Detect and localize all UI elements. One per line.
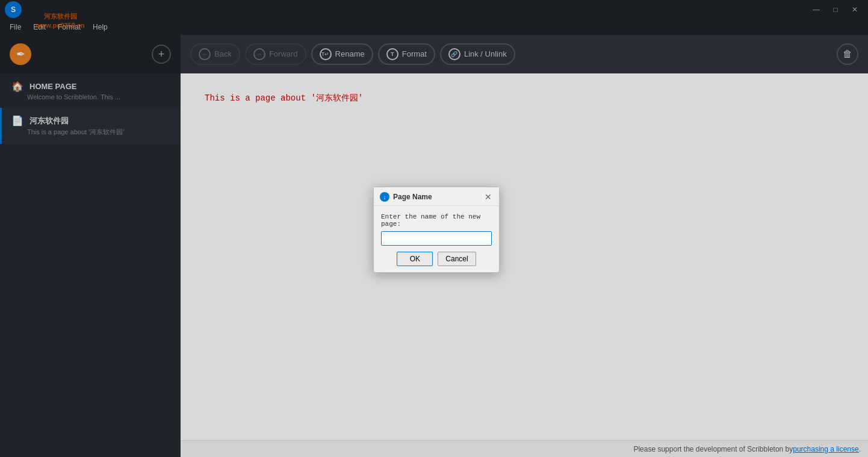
dialog-label: Enter the name of the new page:	[381, 213, 492, 228]
page-name-dialog: ↓ Page Name ✕ Enter the name of the new …	[373, 187, 500, 273]
dialog-close-button[interactable]: ✕	[483, 193, 493, 201]
dialog-cancel-button[interactable]: Cancel	[438, 252, 476, 266]
dialog-title-bar: ↓ Page Name ✕	[374, 187, 499, 206]
page-name-input[interactable]	[381, 231, 492, 246]
dialog-title-left: ↓ Page Name	[380, 192, 432, 202]
dialog-ok-button[interactable]: OK	[397, 252, 433, 266]
dialog-body: Enter the name of the new page: OK Cance…	[374, 206, 499, 272]
dialog-title-text: Page Name	[393, 193, 432, 201]
dialog-overlay: ↓ Page Name ✕ Enter the name of the new …	[0, 0, 868, 457]
dialog-buttons: OK Cancel	[381, 252, 492, 266]
dialog-icon: ↓	[380, 192, 389, 202]
